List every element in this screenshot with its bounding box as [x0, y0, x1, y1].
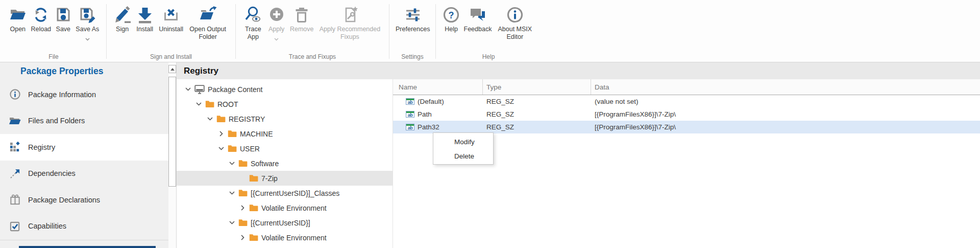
apply-recommended-fixups-label: Apply Recommended Fixups [317, 26, 383, 41]
sign-button-label: Sign [116, 26, 129, 33]
scrollbar-thumb[interactable] [168, 77, 176, 187]
sidebar-item-label: Package Information [28, 91, 96, 99]
tree-item-currentusersid[interactable]: [{CurrentUserSID}] [177, 215, 393, 230]
sidebar-item-capabilities[interactable]: Capabilities [0, 213, 168, 240]
sign-pencil-icon [113, 4, 132, 26]
sidebar-divider [0, 240, 168, 240]
folder-icon [249, 234, 258, 241]
reload-button-label: Reload [31, 26, 51, 33]
grid-row-path[interactable]: ab Path REG_SZ [{ProgramFilesX86}]\7-Zip… [393, 108, 980, 121]
column-header-name[interactable]: Name [393, 79, 482, 95]
trace-app-button-label: Trace App [242, 26, 264, 41]
computer-icon [194, 85, 205, 94]
ribbon-group-file: Open Reload Save Save As File [1, 0, 106, 62]
main-panel: Registry Package Content ROOT REGISTRY [176, 62, 980, 248]
sidebar-scrollbar[interactable] [168, 62, 177, 248]
value-data: [{ProgramFilesX86}]\7-Zip\ [591, 121, 980, 133]
folder-icon [249, 204, 258, 212]
sidebar-item-package-information[interactable]: Package Information [0, 81, 168, 108]
scrollbar-up-button[interactable] [168, 65, 176, 73]
ribbon-group-trace-and-fixups: Trace App Apply Remove Apply Recommended… [236, 0, 389, 62]
chevron-down-icon[interactable] [196, 102, 202, 106]
column-header-data[interactable]: Data [591, 79, 980, 95]
ribbon-group-label-sign-and-install: Sign and Install [107, 53, 235, 60]
context-menu-item-modify[interactable]: Modify [433, 134, 493, 149]
chevron-right-icon[interactable] [218, 131, 224, 137]
apply-plus-icon [267, 4, 286, 26]
save-as-button[interactable]: Save As [74, 3, 101, 44]
folder-icon [216, 115, 226, 123]
sidebar-item-package-declarations[interactable]: Package Declarations [0, 187, 168, 213]
ribbon-group-settings: Preferences Settings [389, 0, 435, 62]
tree-item-volatile-environment-1[interactable]: Volatile Environment [177, 200, 393, 215]
uninstall-icon [162, 4, 180, 26]
ribbon-group-sign-and-install: Sign Install Uninstall Open Output Folde… [107, 0, 235, 62]
about-msix-editor-button[interactable]: About MSIX Editor [494, 3, 536, 42]
chevron-down-icon[interactable] [229, 162, 235, 165]
open-button-label: Open [10, 26, 26, 33]
chevron-right-icon[interactable] [240, 205, 246, 211]
column-header-type[interactable]: Type [482, 79, 591, 95]
help-question-icon: ? [442, 4, 460, 26]
grid-row-default[interactable]: ab (Default) REG_SZ (value not set) [393, 95, 980, 108]
fixups-document-icon [340, 4, 359, 26]
sidebar-item-registry[interactable]: Registry [0, 134, 168, 161]
chevron-down-icon[interactable] [229, 191, 235, 195]
registry-grid-icon [9, 141, 21, 153]
remove-button[interactable]: Remove [288, 3, 316, 34]
save-button[interactable]: Save [53, 3, 74, 34]
install-button[interactable]: Install [133, 3, 157, 34]
chevron-down-icon[interactable] [185, 87, 191, 91]
sidebar-item-label: Files and Folders [28, 117, 85, 125]
chevron-down-icon[interactable] [207, 117, 213, 121]
reg-sz-value-icon: ab [406, 98, 414, 105]
context-menu-item-delete[interactable]: Delete [433, 149, 493, 163]
chevron-down-icon[interactable] [229, 221, 235, 224]
reload-icon [32, 4, 50, 26]
value-data: [{ProgramFilesX86}]\7-Zip\ [591, 108, 980, 121]
sidebar-item-files-and-folders[interactable]: Files and Folders [0, 108, 168, 134]
tree-item-user[interactable]: USER [177, 141, 393, 156]
preferences-button[interactable]: Preferences [395, 3, 431, 34]
apply-recommended-fixups-button[interactable]: Apply Recommended Fixups [316, 3, 384, 42]
open-output-folder-label: Open Output Folder [186, 26, 229, 41]
value-name: Path [418, 110, 432, 118]
remove-button-label: Remove [290, 26, 314, 33]
sidebar-title: Package Properties [0, 62, 168, 77]
open-output-folder-button[interactable]: Open Output Folder [185, 3, 230, 42]
feedback-button-label: Feedback [464, 26, 492, 33]
svg-text:?: ? [449, 10, 454, 20]
dependency-arrow-icon [9, 168, 21, 179]
ribbon-group-label-file: File [1, 53, 106, 60]
chevron-right-icon[interactable] [240, 235, 246, 240]
help-button[interactable]: ? Help [441, 3, 461, 34]
trace-app-magnifier-icon [244, 4, 262, 26]
tree-item-volatile-environment-2[interactable]: Volatile Environment [177, 230, 393, 245]
grid-row-path32[interactable]: ab Path32 REG_SZ [{ProgramFilesX86}]\7-Z… [393, 121, 980, 133]
install-arrow-icon [136, 4, 154, 26]
trace-app-button[interactable]: Trace App [241, 3, 265, 42]
tree-item-7zip[interactable]: 7-Zip [177, 171, 393, 186]
tree-item-currentusersid-classes[interactable]: [{CurrentUserSID}]_Classes [177, 186, 393, 200]
value-data: (value not set) [591, 95, 980, 108]
tree-item-software[interactable]: Software [177, 156, 393, 171]
open-button[interactable]: Open [6, 3, 30, 34]
chevron-down-icon [85, 34, 90, 43]
sidebar-item-label: Registry [28, 143, 55, 151]
sign-button[interactable]: Sign [112, 3, 133, 34]
reload-button[interactable]: Reload [30, 3, 53, 34]
sidebar-item-dependencies[interactable]: Dependencies [0, 161, 168, 187]
apply-button[interactable]: Apply [265, 3, 288, 44]
tree-item-machine[interactable]: MACHINE [177, 126, 393, 141]
chevron-down-icon[interactable] [218, 147, 224, 150]
feedback-button[interactable]: Feedback [461, 3, 494, 34]
apply-button-label: Apply [268, 26, 284, 33]
folder-icon [205, 100, 214, 108]
tree-item-root[interactable]: ROOT [177, 97, 393, 111]
uninstall-button[interactable]: Uninstall [157, 3, 185, 34]
folder-icon [228, 145, 237, 152]
tree-item-registry[interactable]: REGISTRY [177, 111, 393, 126]
gift-box-icon [9, 194, 21, 206]
ribbon-toolbar: Open Reload Save Save As File [0, 0, 980, 62]
tree-item-package-content[interactable]: Package Content [177, 82, 393, 97]
